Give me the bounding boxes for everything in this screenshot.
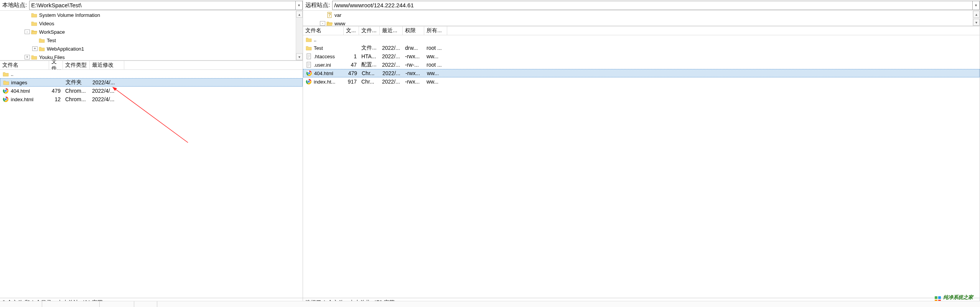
file-size: 47 — [344, 62, 359, 68]
folder-icon — [3, 79, 10, 85]
scroll-down-icon[interactable]: ▾ — [973, 19, 980, 26]
file-perm: -rwx... — [403, 53, 424, 59]
bottom-tab[interactable] — [42, 301, 100, 307]
parent-dir-row[interactable]: .. — [0, 70, 303, 78]
tree-item[interactable]: -WorkSpace — [0, 28, 303, 36]
remote-list-header[interactable]: 文件名文...文件...最近...权限所有... — [303, 26, 980, 35]
file-date: 2022/... — [380, 70, 403, 76]
file-owner: root ... — [424, 62, 447, 68]
tree-item[interactable]: -www — [303, 19, 980, 26]
file-date: 2022/... — [380, 62, 403, 68]
tree-expander-icon[interactable]: + — [32, 46, 38, 51]
file-perm: drw... — [403, 45, 424, 51]
local-tree[interactable]: System Volume InformationVideos-WorkSpac… — [0, 11, 303, 61]
remote-tree-scrollbar[interactable]: ▴ ▾ — [973, 11, 980, 26]
remote-list-body[interactable]: ..Test文件...2022/...drw...root ....htacce… — [303, 35, 980, 298]
tree-expander-icon[interactable]: + — [25, 55, 30, 59]
file-name: 404.html — [11, 88, 30, 94]
scroll-up-icon[interactable]: ▴ — [296, 11, 303, 18]
svg-point-13 — [308, 72, 310, 74]
remote-pane: 远程站点: ▾ ?var-www ▴ ▾ 文件名文...文件...最近...权限… — [303, 0, 980, 307]
folder-icon — [38, 46, 45, 52]
file-owner: ww... — [424, 79, 447, 85]
local-list-header[interactable]: 文件名文件...文件类型最近修改 — [0, 61, 303, 70]
column-header[interactable]: 文件类型 — [63, 61, 90, 69]
column-header[interactable]: 最近... — [380, 26, 403, 35]
list-item[interactable]: index.ht...917Chr...2022/...-rwx...ww... — [303, 77, 980, 86]
folder-open-icon — [31, 29, 38, 35]
column-header[interactable]: 文件名 — [0, 61, 49, 69]
file-type: Chr... — [359, 79, 380, 85]
local-path-input[interactable] — [29, 1, 296, 10]
svg-point-16 — [308, 80, 310, 83]
column-header[interactable]: 所有... — [424, 26, 447, 35]
chrome-icon — [305, 79, 312, 85]
local-pane: 本地站点: ▾ System Volume InformationVideos-… — [0, 0, 303, 307]
file-type: Chrom... — [63, 88, 90, 94]
folder-icon — [31, 12, 38, 18]
tree-item[interactable]: +Youku Files — [0, 53, 303, 61]
column-header[interactable]: 文... — [344, 26, 359, 35]
file-date: 2022/4/... — [90, 88, 124, 94]
folder-open-icon — [326, 20, 333, 26]
scroll-down-icon[interactable]: ▾ — [296, 53, 303, 60]
remote-tree[interactable]: ?var-www ▴ ▾ — [303, 11, 980, 26]
list-item[interactable]: .user.ini47配置...2022/...-rw-...root ... — [303, 61, 980, 69]
list-item[interactable]: images文件夹2022/4/... — [0, 78, 303, 87]
file-icon — [305, 62, 312, 68]
list-item[interactable]: 404.html479Chrom...2022/4/... — [0, 87, 303, 95]
file-owner: ww... — [424, 53, 447, 59]
file-size: 479 — [344, 70, 359, 76]
file-date: 2022/... — [380, 53, 403, 59]
file-type: Chr... — [359, 70, 380, 76]
file-name: 404.html — [314, 71, 333, 76]
file-type: Chrom... — [63, 96, 90, 102]
tree-item[interactable]: Videos — [0, 19, 303, 28]
file-date: 2022/4/... — [90, 79, 125, 85]
list-item[interactable]: index.html12Chrom...2022/4/... — [0, 95, 303, 103]
file-date: 2022/... — [380, 79, 403, 85]
column-header[interactable]: 文件... — [49, 61, 63, 69]
file-name: Test — [314, 45, 323, 51]
remote-path-dropdown[interactable]: ▾ — [973, 1, 980, 10]
folder-icon — [305, 36, 312, 43]
svg-point-6 — [5, 98, 7, 100]
file-perm: -rwx... — [403, 70, 425, 76]
column-header[interactable]: 文件... — [359, 26, 380, 35]
svg-text:?: ? — [328, 12, 331, 18]
tree-item[interactable]: Test — [0, 36, 303, 44]
file-type: 配置... — [359, 61, 380, 68]
remote-path-input[interactable] — [332, 1, 973, 10]
file-perm: -rwx... — [403, 79, 424, 85]
chrome-icon — [2, 88, 9, 94]
local-list-body[interactable]: ..images文件夹2022/4/...404.html479Chrom...… — [0, 70, 303, 298]
tree-item[interactable]: ?var — [303, 11, 980, 19]
column-header[interactable]: 最近修改 — [90, 61, 124, 69]
tree-item-label: var — [334, 12, 341, 18]
file-name: index.html — [11, 97, 33, 102]
tree-item[interactable]: System Volume Information — [0, 11, 303, 19]
tree-item-label: Youku Files — [39, 54, 65, 60]
tree-expander-icon[interactable]: - — [320, 21, 325, 26]
tree-item[interactable]: +WebApplication1 — [0, 44, 303, 53]
folder-icon — [38, 37, 45, 43]
bottom-tab[interactable] — [0, 301, 42, 307]
file-name: .htaccess — [314, 54, 335, 59]
folder-icon — [31, 54, 38, 60]
list-item[interactable]: .htaccess1HTA...2022/...-rwx...ww... — [303, 52, 980, 61]
bottom-tab[interactable] — [134, 301, 157, 307]
tree-expander-icon[interactable]: - — [25, 30, 30, 34]
scroll-up-icon[interactable]: ▴ — [973, 11, 980, 18]
tree-item-label: Videos — [39, 21, 54, 26]
bottom-tab[interactable] — [100, 301, 134, 307]
local-path-dropdown[interactable]: ▾ — [296, 1, 303, 10]
local-tree-scrollbar[interactable]: ▴ ▾ — [296, 11, 303, 60]
column-header[interactable]: 文件名 — [303, 26, 344, 35]
list-item[interactable]: Test文件...2022/...drw...root ... — [303, 44, 980, 52]
list-item[interactable]: 404.html479Chr...2022/...-rwx...ww... — [303, 69, 980, 77]
parent-dir-row[interactable]: .. — [303, 35, 980, 44]
column-header[interactable]: 权限 — [403, 26, 424, 35]
tree-item-label: WebApplication1 — [47, 46, 84, 52]
tree-item-label: Test — [47, 38, 56, 43]
svg-point-3 — [5, 90, 7, 92]
